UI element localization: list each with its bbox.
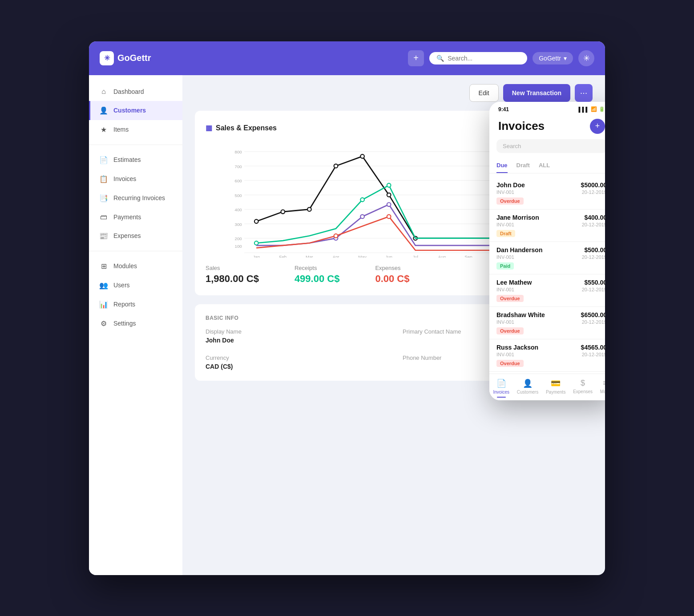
invoice-amount-6: $4565.00 <box>581 344 605 351</box>
svg-text:May: May <box>358 254 367 258</box>
sidebar-item-expenses[interactable]: 📰 Expenses <box>89 226 182 246</box>
mobile-nav-payments[interactable]: 💳 Payments <box>546 378 565 398</box>
svg-text:100: 100 <box>234 244 242 249</box>
mobile-search[interactable]: Search <box>496 139 605 153</box>
sidebar-label-modules: Modules <box>113 262 137 270</box>
invoices-icon: 📋 <box>99 175 108 183</box>
sidebar-item-customers[interactable]: 👤 Customers <box>89 101 182 120</box>
chart-title: ▦ Sales & Expenses <box>206 124 277 132</box>
svg-text:300: 300 <box>234 221 242 226</box>
sidebar-item-reports[interactable]: 📊 Reports <box>89 295 182 314</box>
user-label: GoGettr <box>539 55 561 62</box>
sidebar-label-expenses: Expenses <box>113 232 141 239</box>
mobile-tab-draft[interactable]: Draft <box>516 158 530 173</box>
sidebar-item-users[interactable]: 👥 Users <box>89 276 182 295</box>
logo-area: ✳ GoGettr <box>100 51 180 65</box>
sidebar-item-recurring-invoices[interactable]: 📑 Recurring Invoices <box>89 189 182 208</box>
mobile-time: 9:41 <box>498 106 509 113</box>
items-icon: ★ <box>99 125 108 134</box>
sidebar-divider-1 <box>89 145 182 145</box>
mobile-add-button[interactable]: + <box>590 119 605 134</box>
invoice-id-2: INV-001 <box>496 222 514 227</box>
field-currency: Currency CAD (C$) <box>206 354 385 370</box>
stat-receipts-label: Receipts <box>295 265 340 271</box>
svg-text:600: 600 <box>234 178 242 183</box>
invoice-name-1: John Doe <box>496 181 525 189</box>
invoice-item-1: John Doe $5000.00 INV-001 20-12-2019 Ove… <box>489 177 605 209</box>
sidebar-item-dashboard[interactable]: ⌂ Dashboard <box>89 82 182 101</box>
customers-icon: 👤 <box>99 106 108 115</box>
edit-button[interactable]: Edit <box>469 84 499 102</box>
mobile-nav-more[interactable]: ≡ More <box>600 378 605 398</box>
svg-text:800: 800 <box>234 149 242 154</box>
chart-title-text: Sales & Expenses <box>216 124 277 132</box>
invoice-date-5: 20-12-2019 <box>582 319 605 325</box>
svg-point-36 <box>254 241 258 245</box>
invoice-item-4: Lee Mathew $550.00 INV-001 20-12-2019 Ov… <box>489 274 605 307</box>
sidebar-item-items[interactable]: ★ Items <box>89 120 182 139</box>
star-button[interactable]: ✳ <box>578 50 594 66</box>
sidebar-label-customers: Customers <box>113 107 146 114</box>
svg-point-29 <box>281 209 285 213</box>
sidebar-item-estimates[interactable]: 📄 Estimates <box>89 150 182 169</box>
plus-button[interactable]: + <box>408 50 424 66</box>
search-box: 🔍 <box>429 52 527 64</box>
invoice-id-6: INV-001 <box>496 352 514 357</box>
invoice-date-2: 20-12-2019 <box>582 222 605 227</box>
new-transaction-button[interactable]: New Transaction <box>503 84 570 102</box>
customers-nav-icon: 👤 <box>523 378 533 388</box>
svg-text:Aug: Aug <box>438 254 446 258</box>
svg-text:400: 400 <box>234 207 242 212</box>
invoice-id-3: INV-001 <box>496 254 514 260</box>
mobile-tab-due[interactable]: Due <box>496 158 508 173</box>
chevron-down-icon: ▾ <box>564 55 567 62</box>
invoice-badge-6: Overdue <box>496 360 524 367</box>
currency-value: CAD (C$) <box>206 363 385 370</box>
svg-point-41 <box>387 202 391 206</box>
invoice-badge-5: Overdue <box>496 327 524 334</box>
svg-point-33 <box>387 193 391 197</box>
settings-icon: ⚙ <box>99 319 108 328</box>
sidebar-label-dashboard: Dashboard <box>113 88 144 95</box>
svg-text:Jul: Jul <box>413 254 418 258</box>
mobile-status-bar: 9:41 ▌▌▌ 📶 🔋 <box>489 102 605 115</box>
expenses-icon: 📰 <box>99 232 108 240</box>
mobile-overlay: 9:41 ▌▌▌ 📶 🔋 Invoices + Search Due <box>489 102 605 400</box>
svg-text:200: 200 <box>234 236 242 241</box>
invoice-id-1: INV-001 <box>496 189 514 195</box>
more-button[interactable]: ··· <box>575 84 593 102</box>
sidebar-item-modules[interactable]: ⊞ Modules <box>89 257 182 276</box>
display-name-label: Display Name <box>206 328 385 335</box>
stat-sales-value: 1,980.00 C$ <box>206 273 259 285</box>
svg-point-30 <box>307 207 311 211</box>
users-icon: 👥 <box>99 281 108 290</box>
invoice-name-6: Russ Jackson <box>496 344 538 351</box>
app-container: ✳ GoGettr + 🔍 GoGettr ▾ ✳ ⌂ Dashboard 👤 <box>89 41 605 575</box>
expenses-nav-icon: $ <box>581 378 585 388</box>
sidebar-item-invoices[interactable]: 📋 Invoices <box>89 169 182 189</box>
invoice-date-6: 20-12-2019 <box>582 352 605 357</box>
search-input[interactable] <box>448 55 520 62</box>
mobile-nav-customers[interactable]: 👤 Customers <box>517 378 538 398</box>
sidebar-item-payments[interactable]: 🗃 Payments <box>89 208 182 226</box>
invoice-item-2: Jane Morrison $400.00 INV-001 20-12-2019… <box>489 209 605 242</box>
invoice-date-3: 20-12-2019 <box>582 254 605 260</box>
stat-expenses-label: Expenses <box>375 265 409 271</box>
invoice-date-1: 20-12-2019 <box>582 189 605 195</box>
invoice-amount-3: $500.00 <box>584 246 605 254</box>
svg-point-40 <box>360 214 364 218</box>
chart-title-icon: ▦ <box>206 124 212 132</box>
stat-receipts-value: 499.00 C$ <box>295 273 340 285</box>
mobile-tab-all[interactable]: ALL <box>539 158 550 173</box>
svg-text:700: 700 <box>234 164 242 169</box>
invoice-date-4: 20-12-2019 <box>582 287 605 292</box>
sidebar-label-recurring-invoices: Recurring Invoices <box>113 194 165 201</box>
logo-icon: ✳ <box>100 51 114 65</box>
sidebar-item-settings[interactable]: ⚙ Settings <box>89 314 182 333</box>
user-badge[interactable]: GoGettr ▾ <box>533 52 573 64</box>
payments-icon: 🗃 <box>99 213 108 221</box>
mobile-nav-expenses[interactable]: $ Expenses <box>573 378 593 398</box>
mobile-nav-invoices[interactable]: 📄 Invoices <box>493 378 509 398</box>
svg-point-37 <box>360 197 364 201</box>
invoice-amount-2: $400.00 <box>584 214 605 221</box>
